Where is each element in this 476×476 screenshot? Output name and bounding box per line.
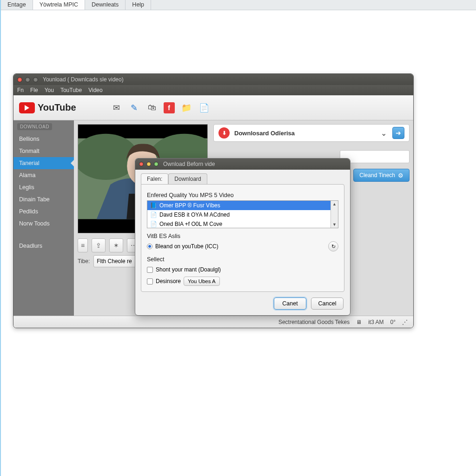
menu-item[interactable]: You (45, 87, 54, 93)
window-title: Younload ( Downlcads sle video) (43, 76, 124, 83)
file-icon: 📄 (150, 212, 157, 218)
file-icon: 📄 (150, 221, 157, 227)
monitor-icon: 🖥 (356, 319, 362, 325)
section-label: VitB ES Aslis (147, 233, 338, 239)
download-dialog: Ownload Beforn vide Falen: Downloard Enf… (135, 158, 350, 316)
arrow-right-button[interactable]: ➜ (392, 127, 404, 139)
youtube-logo: YouTube (19, 102, 76, 113)
minimize-icon[interactable] (146, 162, 151, 166)
close-icon[interactable] (17, 77, 22, 82)
sidebar-item[interactable]: Deadlurs (13, 240, 74, 252)
export-icon[interactable]: ⇪ (92, 238, 106, 252)
download-brand-icon: ⬇ (218, 127, 230, 139)
chevron-down-icon[interactable]: ⌄ (379, 129, 388, 138)
ok-button[interactable]: Canet (274, 298, 306, 310)
list-item[interactable]: 📄Davd ESB it OYA M ACdned (147, 210, 331, 219)
checkbox-label: Desinsore (156, 278, 181, 284)
zoom-icon[interactable] (33, 77, 38, 82)
button-label: Cleand Tinech (359, 172, 395, 178)
youtube-play-icon (19, 102, 35, 113)
menu-item[interactable]: Fn (17, 87, 24, 93)
sidebar-item[interactable]: Tanerial (13, 157, 74, 169)
sidebar-item[interactable]: Alama (13, 169, 74, 181)
scroll-down-icon[interactable]: ▼ (332, 221, 337, 228)
gear-icon: ⚙ (398, 172, 403, 179)
download-header: ⬇ Downlosard Odĭerisa ⌄ ➜ (213, 124, 410, 142)
browser-tab[interactable]: Dewnleats (85, 0, 126, 10)
folder-icon[interactable]: 📁 (180, 102, 192, 114)
zoom-icon[interactable] (154, 162, 159, 166)
window-titlebar: Younload ( Downlcads sle video) (13, 74, 413, 85)
status-bar: Sectrentational Goods Tekes 🖥 it3 AM 0° … (13, 316, 413, 328)
minimize-icon[interactable] (25, 77, 30, 82)
mail-icon[interactable]: ✉ (111, 102, 123, 114)
list-item[interactable]: 📄Oned BIA +f O0L M Cove (147, 219, 331, 228)
youtube-label: YouTube (38, 102, 76, 113)
pencil-icon[interactable]: ✎ (128, 102, 140, 114)
menu-item[interactable]: Fle (30, 87, 38, 93)
facebook-icon[interactable]: f (164, 102, 175, 113)
radio-label: Bleand on youTube (ICC) (155, 243, 218, 250)
dialog-tab[interactable]: Downloard (168, 173, 207, 184)
status-time: it3 AM (368, 319, 383, 325)
menu-item[interactable]: TouTube (60, 87, 82, 93)
browser-tab[interactable]: Help (126, 0, 151, 10)
radio-button[interactable] (147, 244, 152, 249)
file-icon: 📘 (150, 202, 157, 209)
bag-icon[interactable]: 🛍 (146, 102, 158, 114)
mini-button[interactable]: You Ubes A (184, 277, 220, 286)
sidebar-item[interactable]: Leglis (13, 181, 74, 193)
sidebar-item[interactable]: Dinain Tabe (13, 193, 74, 205)
status-extra-icon: 0° (390, 319, 396, 325)
scrollbar[interactable]: ▲ ▼ (331, 201, 338, 228)
quality-listbox[interactable]: 📘Omer BPP ® Fusr Víbes 📄Davd ESB it OYA … (147, 200, 338, 228)
checkbox[interactable] (147, 267, 153, 273)
menu-item[interactable]: Video (88, 87, 102, 93)
dialog-panel: Enfered Quality You MPS 5 Video 📘Omer BP… (141, 184, 344, 292)
clear-button[interactable]: Cleand Tinech ⚙ (353, 169, 410, 182)
apple-icon[interactable] (93, 102, 105, 114)
resize-grip-icon[interactable]: ⋰ (402, 319, 408, 325)
checkbox-label: Shont your mant (Doaulgl) (156, 266, 221, 273)
download-badge: DOWNLOAD (17, 123, 52, 130)
title-label: Tibe: (78, 258, 90, 264)
app-toolbar: YouTube ✉ ✎ 🛍 f 📁 📄 (13, 95, 413, 120)
list-item[interactable]: 📘Omer BPP ® Fusr Víbes (147, 201, 331, 210)
browser-tabs: Entage Yòwtrela MPIC Dewnleats Help (1, 0, 476, 10)
app-menubar: Fn Fle You TouTube Video (13, 85, 413, 95)
refresh-icon[interactable]: ↻ (328, 241, 338, 251)
sidebar-item[interactable]: Bellions (13, 133, 74, 145)
radio-row: Bleand on youTube (ICC) ↻ (147, 241, 338, 251)
checkbox[interactable] (147, 278, 153, 284)
browser-tab[interactable]: Yòwtrela MPIC (33, 0, 85, 10)
browser-tab[interactable]: Entage (1, 0, 33, 10)
dialog-titlebar: Ownload Beforn vide (135, 159, 350, 170)
scroll-up-icon[interactable]: ▲ (332, 201, 337, 207)
download-header-title: Downlosard Odĭerisa (234, 130, 375, 137)
cancel-button[interactable]: Cancel (311, 298, 344, 310)
sidebar-item[interactable]: Tonmalt (13, 145, 74, 157)
document-icon[interactable]: 📄 (198, 102, 210, 114)
sidebar-item[interactable]: Norw Toods (13, 218, 74, 230)
dialog-title: Ownload Beforn vide (163, 161, 215, 167)
section-label: Enfered Quality You MPS 5 Video (147, 192, 338, 198)
drag-handle-icon[interactable]: ≡ (78, 238, 88, 252)
status-text: Sectrentational Goods Tekes (278, 319, 350, 325)
sidebar-item[interactable]: Pedlids (13, 205, 74, 218)
dialog-tab[interactable]: Falen: (141, 173, 168, 184)
section-label: Sellect (147, 256, 338, 263)
sidebar: DOWNLOAD Bellions Tonmalt Tanerial Alama… (13, 120, 74, 316)
share-icon[interactable]: ✶ (109, 238, 123, 252)
close-icon[interactable] (139, 162, 144, 166)
